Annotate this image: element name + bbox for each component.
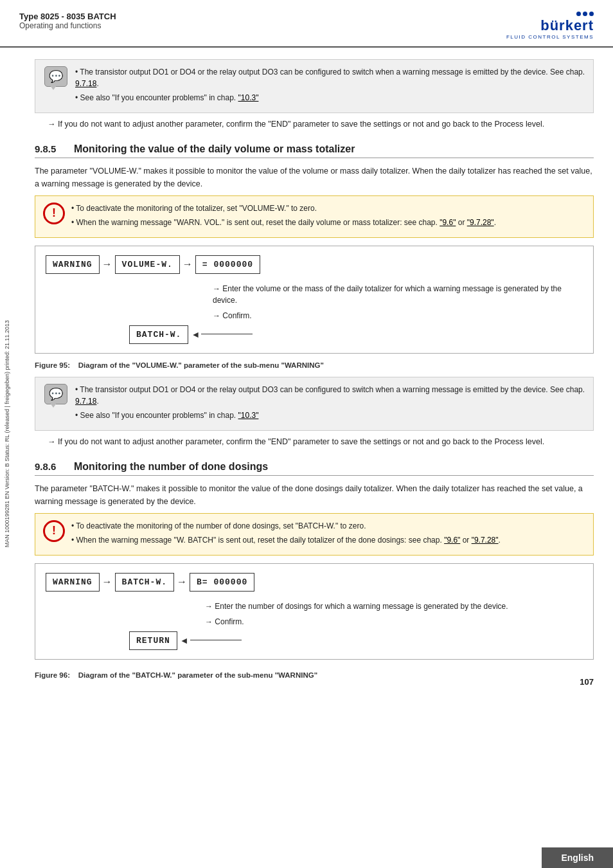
diagram-986-arrow1 — [100, 576, 115, 588]
warning-bullet-985-1: • To deactivate the monitoring of the to… — [71, 203, 585, 214]
logo-dot-3 — [589, 12, 594, 16]
link-9728-985[interactable]: "9.7.28" — [467, 218, 494, 227]
figure-96-row: Figure 96: Diagram of the "BATCH-W." par… — [35, 667, 594, 687]
figure-96-label: Figure 96: — [35, 671, 70, 679]
warning-bullet-985-2: • When the warning message "WARN. VOL." … — [71, 217, 585, 228]
warning-bullet-986-1: • To deactivate the monitoring of the nu… — [71, 520, 585, 532]
info-icon-speech-985: 💬 — [44, 384, 67, 404]
diagram-985: WARNING VOLUME-W. = 0000000 → Enter the … — [35, 246, 594, 354]
diagram-986-return-block: RETURN — [129, 631, 177, 650]
diagram-985-block2: VOLUME-W. — [115, 255, 180, 274]
link-9728-986[interactable]: "9.7.28" — [472, 536, 499, 545]
arrow-para-985: If you do not want to adjust another par… — [48, 436, 594, 448]
brand-logo-text: bürkert — [540, 17, 594, 34]
sidebar-label: MAN 1000199281 EN Version: B Status: RL … — [1, 129, 13, 739]
intro-note-box: 💬 • The transistor output DO1 or DO4 or … — [35, 59, 594, 113]
diagram-985-flow: WARNING VOLUME-W. = 0000000 — [46, 255, 583, 274]
diagram-985-block3: = 0000000 — [195, 255, 260, 274]
warning-icon-985: ! — [43, 203, 65, 224]
warning-content-985: • To deactivate the monitoring of the to… — [71, 203, 585, 231]
logo-dot-2 — [583, 12, 587, 16]
logo-area: bürkert FLUID CONTROL SYSTEMS — [506, 12, 594, 40]
section-986-title: Monitoring the number of done dosings — [74, 461, 268, 473]
document-subtitle: Operating and functions — [19, 21, 116, 30]
diagram-985-block1: WARNING — [46, 255, 100, 274]
info-icon-speech: 💬 — [44, 66, 67, 87]
diagram-985-return-row: BATCH-W. ◄ — [129, 325, 583, 344]
diagram-986: WARNING BATCH-W. B= 000000 → Enter the n… — [35, 563, 594, 660]
link-96-986[interactable]: "9.6" — [444, 536, 460, 545]
intro-arrow-para: If you do not want to adjust another par… — [48, 118, 594, 131]
section-985-number: 9.8.5 — [35, 143, 64, 154]
sidebar-rotated-text: MAN 1000199281 EN Version: B Status: RL … — [4, 320, 11, 547]
logo-dot-1 — [576, 12, 581, 16]
note-985-post-bullet-1: • The transistor output DO1 or DO4 or th… — [75, 384, 585, 407]
diagram-986-arrow2 — [174, 576, 190, 588]
note-985-post-bullet-2: • See also "If you encounter problems" i… — [75, 410, 585, 421]
brand-tagline: FLUID CONTROL SYSTEMS — [506, 34, 594, 40]
warning-box-985: ! • To deactivate the monitoring of the … — [35, 195, 594, 238]
diagram-986-block3: B= 000000 — [190, 573, 254, 592]
link-103-intro[interactable]: "10.3" — [238, 93, 259, 102]
warning-content-986: • To deactivate the monitoring of the nu… — [71, 520, 585, 548]
language-tab[interactable]: English — [542, 847, 613, 868]
diagram-986-note1: → Enter the number of dosings for which … — [205, 601, 583, 612]
diagram-986-notes: → Enter the number of dosings for which … — [205, 601, 583, 628]
section-986-heading: 9.8.6 Monitoring the number of done dosi… — [35, 461, 594, 476]
figure-96-desc: Diagram of the "BATCH-W." parameter of t… — [78, 671, 317, 679]
diagram-986-block2: BATCH-W. — [115, 573, 174, 592]
diagram-986-flow: WARNING BATCH-W. B= 000000 — [46, 573, 583, 592]
section-985-intro: The parameter "VOLUME-W." makes it possi… — [35, 165, 594, 190]
main-content: 💬 • The transistor output DO1 or DO4 or … — [15, 48, 613, 700]
section-985-heading: 9.8.5 Monitoring the value of the daily … — [35, 143, 594, 158]
link-96-985[interactable]: "9.6" — [440, 218, 456, 227]
intro-note-bullet-1: • The transistor output DO1 or DO4 or th… — [75, 66, 585, 89]
figure-95-desc: Diagram of the "VOLUME-W." parameter of … — [78, 361, 324, 369]
section-985-title: Monitoring the value of the daily volume… — [74, 143, 355, 155]
page-number: 107 — [580, 677, 594, 687]
diagram-985-arrow2 — [180, 258, 195, 270]
figure-95-label: Figure 95: — [35, 361, 70, 369]
document-title: Type 8025 - 8035 BATCH — [19, 12, 116, 21]
note-985-post-content: • The transistor output DO1 or DO4 or th… — [75, 384, 585, 424]
diagram-986-block1: WARNING — [46, 573, 100, 592]
figure-96-caption: Figure 96: Diagram of the "BATCH-W." par… — [35, 671, 317, 679]
return-arrow-985: ◄ — [191, 329, 250, 339]
diagram-985-return-block: BATCH-W. — [129, 325, 188, 344]
intro-note-content: • The transistor output DO1 or DO4 or th… — [75, 66, 585, 106]
note-box-985-post: 💬 • The transistor output DO1 or DO4 or … — [35, 377, 594, 431]
warning-icon-986: ! — [43, 520, 65, 542]
diagram-985-note2: → Confirm. — [213, 310, 583, 321]
warning-bullet-986-2: • When the warning message "W. BATCH" is… — [71, 534, 585, 546]
intro-note-bullet-2: • See also "If you encounter problems" i… — [75, 92, 585, 104]
page-header: Type 8025 - 8035 BATCH Operating and fun… — [0, 0, 613, 48]
section-986-intro: The parameter "BATCH-W." makes it possib… — [35, 482, 594, 508]
logo-dots — [576, 12, 594, 16]
warning-box-986: ! • To deactivate the monitoring of the … — [35, 513, 594, 556]
link-9718-985[interactable]: 9.7.18 — [75, 397, 96, 406]
section-986-number: 9.8.6 — [35, 461, 64, 472]
header-left: Type 8025 - 8035 BATCH Operating and fun… — [19, 12, 116, 30]
diagram-985-arrow1 — [100, 258, 115, 270]
diagram-986-note2: → Confirm. — [205, 616, 583, 628]
link-103-985[interactable]: "10.3" — [238, 411, 259, 420]
diagram-986-return-row: RETURN ◄ — [129, 631, 583, 650]
diagram-985-notes: → Enter the volume or the mass of the da… — [213, 283, 583, 321]
link-9718[interactable]: 9.7.18 — [75, 79, 96, 88]
return-arrow-986: ◄ — [180, 635, 243, 646]
diagram-985-note1: → Enter the volume or the mass of the da… — [213, 283, 583, 306]
figure-95-caption: Figure 95: Diagram of the "VOLUME-W." pa… — [35, 361, 594, 369]
